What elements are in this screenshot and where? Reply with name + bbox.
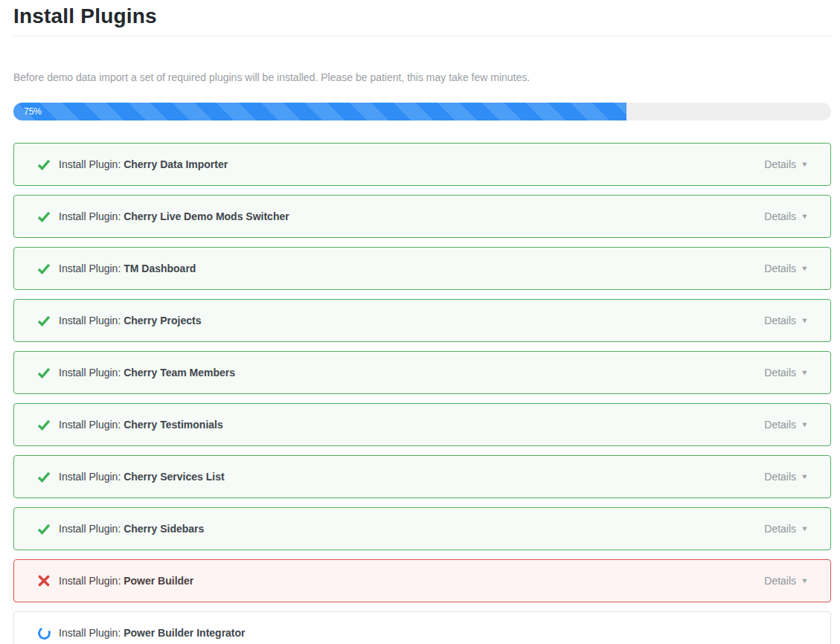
plugin-row-text: Install Plugin: Cherry Live Demo Mods Sw… (59, 210, 289, 222)
plugin-name: Power Builder (124, 575, 193, 587)
plugin-row-text: Install Plugin: TM Dashboard (59, 263, 196, 274)
plugin-row: Install Plugin: Cherry Testimonials Deta… (13, 403, 831, 446)
plugin-name: Cherry Team Members (124, 367, 235, 379)
details-label: Details (764, 263, 796, 274)
plugin-row-text: Install Plugin: Cherry Services List (59, 471, 225, 483)
plugin-row-prefix: Install Plugin: (59, 523, 124, 535)
check-icon (36, 313, 51, 328)
plugin-row-text: Install Plugin: Cherry Sidebars (59, 523, 204, 535)
plugin-row: Install Plugin: Power Builder Details ▼ (13, 559, 831, 602)
plugin-row: Install Plugin: Power Builder Integrator (13, 611, 831, 644)
chevron-down-icon: ▼ (801, 318, 808, 324)
plugin-row-prefix: Install Plugin: (59, 158, 124, 170)
chevron-down-icon: ▼ (801, 370, 808, 376)
x-icon (36, 573, 51, 588)
plugin-row-prefix: Install Plugin: (59, 575, 124, 587)
check-icon (36, 521, 51, 536)
plugin-row-prefix: Install Plugin: (59, 263, 124, 274)
page-description: Before demo data import a set of require… (13, 70, 831, 85)
plugin-row: Install Plugin: Cherry Sidebars Details … (13, 507, 831, 550)
details-toggle[interactable]: Details ▼ (764, 419, 808, 431)
chevron-down-icon: ▼ (801, 578, 808, 585)
plugin-row: Install Plugin: Cherry Team Members Deta… (13, 351, 831, 394)
plugin-name: Cherry Live Demo Mods Switcher (124, 210, 289, 222)
plugin-row-prefix: Install Plugin: (59, 419, 124, 431)
plugin-name: Cherry Projects (124, 315, 201, 326)
details-label: Details (764, 315, 796, 326)
details-toggle[interactable]: Details ▼ (764, 263, 808, 274)
details-label: Details (764, 471, 796, 483)
progress-bar-fill: 75% (13, 103, 626, 120)
plugin-row: Install Plugin: Cherry Data Importer Det… (13, 143, 831, 186)
check-icon (36, 157, 51, 172)
plugin-row-prefix: Install Plugin: (59, 367, 124, 379)
plugin-row-text: Install Plugin: Cherry Testimonials (59, 419, 223, 431)
plugin-row-text: Install Plugin: Power Builder (59, 575, 193, 587)
check-icon (36, 365, 51, 380)
plugin-row-text: Install Plugin: Power Builder Integrator (59, 627, 246, 639)
page-title: Install Plugins (13, 1, 831, 36)
check-icon (36, 209, 51, 224)
plugin-row-prefix: Install Plugin: (59, 471, 124, 483)
check-icon (36, 469, 51, 484)
spinner-icon (36, 625, 51, 640)
details-toggle[interactable]: Details ▼ (764, 367, 808, 379)
check-icon (36, 261, 51, 276)
chevron-down-icon: ▼ (801, 422, 808, 428)
chevron-down-icon: ▼ (801, 161, 808, 168)
details-toggle[interactable]: Details ▼ (764, 315, 808, 326)
details-label: Details (764, 367, 796, 379)
plugin-row: Install Plugin: TM Dashboard Details ▼ (13, 247, 831, 290)
plugin-row-prefix: Install Plugin: (59, 627, 124, 639)
plugin-row-prefix: Install Plugin: (59, 315, 124, 326)
plugin-name: Cherry Testimonials (124, 419, 223, 431)
chevron-down-icon: ▼ (801, 213, 808, 220)
details-label: Details (764, 158, 796, 170)
chevron-down-icon: ▼ (801, 474, 808, 480)
details-toggle[interactable]: Details ▼ (764, 158, 808, 170)
check-icon (36, 417, 51, 432)
plugin-name: Power Builder Integrator (124, 627, 245, 639)
details-label: Details (764, 523, 796, 535)
plugin-row-text: Install Plugin: Cherry Data Importer (59, 158, 228, 170)
details-toggle[interactable]: Details ▼ (764, 575, 808, 587)
plugin-name: Cherry Data Importer (124, 158, 228, 170)
plugin-name: TM Dashboard (124, 263, 196, 274)
progress-bar: 75% (13, 103, 831, 120)
plugin-name: Cherry Services List (124, 471, 224, 483)
progress-percent-label: 75% (13, 106, 42, 117)
plugin-row: Install Plugin: Cherry Projects Details … (13, 299, 831, 342)
install-plugins-page: Install Plugins Before demo data import … (0, 0, 840, 644)
details-toggle[interactable]: Details ▼ (764, 523, 808, 535)
chevron-down-icon: ▼ (801, 526, 808, 532)
plugin-row-text: Install Plugin: Cherry Projects (59, 315, 201, 326)
details-toggle[interactable]: Details ▼ (764, 471, 808, 483)
details-label: Details (764, 210, 796, 222)
details-label: Details (764, 419, 796, 431)
plugin-list: Install Plugin: Cherry Data Importer Det… (13, 143, 831, 644)
plugin-row-prefix: Install Plugin: (59, 210, 124, 222)
chevron-down-icon: ▼ (801, 265, 808, 272)
plugin-name: Cherry Sidebars (124, 523, 204, 535)
plugin-row-text: Install Plugin: Cherry Team Members (59, 367, 235, 379)
plugin-row: Install Plugin: Cherry Live Demo Mods Sw… (13, 195, 831, 238)
plugin-row: Install Plugin: Cherry Services List Det… (13, 455, 831, 498)
details-label: Details (764, 575, 796, 587)
details-toggle[interactable]: Details ▼ (764, 210, 808, 222)
